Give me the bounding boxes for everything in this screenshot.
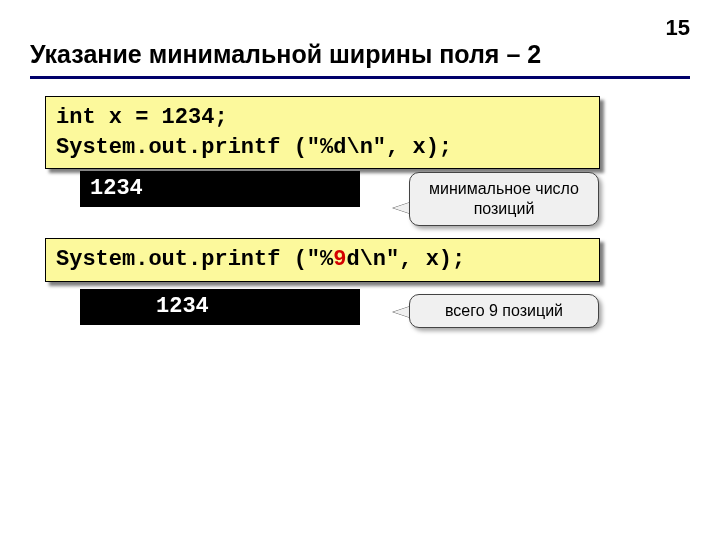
page-number: 15 — [666, 15, 690, 41]
callout-min-positions: минимальное число позиций — [409, 172, 599, 226]
code-line-2: System.out.printf ("%d\n", x); — [56, 135, 452, 160]
code-line-1: int x = 1234; — [56, 105, 228, 130]
title-underline — [30, 76, 690, 79]
code2-width-highlight: 9 — [333, 247, 346, 272]
code-block-2: System.out.printf ("%9d\n", x); — [45, 238, 600, 282]
output-1: 1234 — [80, 171, 360, 207]
callout-nine-positions: всего 9 позиций — [409, 294, 599, 328]
code2-pre: System.out.printf ("% — [56, 247, 333, 272]
output-2: 1234 — [80, 289, 360, 325]
code2-post: d\n", x); — [346, 247, 465, 272]
slide-title: Указание минимальной ширины поля – 2 — [30, 40, 541, 69]
code-block-1: int x = 1234; System.out.printf ("%d\n",… — [45, 96, 600, 169]
